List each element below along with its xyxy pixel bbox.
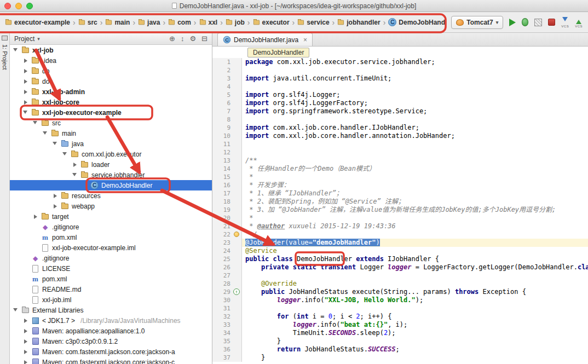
breadcrumb-item-service[interactable]: service: [296, 18, 331, 27]
chevron-right-icon[interactable]: [23, 319, 28, 323]
code-line-4[interactable]: 4: [212, 83, 588, 91]
code-line-33[interactable]: 33 logger.info("beat at:{}", i);: [212, 321, 588, 329]
intention-bulb-icon[interactable]: [234, 232, 239, 237]
debug-button[interactable]: [522, 18, 528, 26]
tree-item-gitignore[interactable]: ◆.gitignore: [10, 253, 212, 263]
chevron-down-icon[interactable]: [33, 119, 38, 126]
code-line-11[interactable]: 11: [212, 140, 588, 148]
tree-item-service-jobhandler[interactable]: service.jobhandler: [10, 170, 212, 180]
chevron-down-icon[interactable]: [13, 307, 19, 314]
code-line-12[interactable]: 12: [212, 148, 588, 157]
code-line-7[interactable]: 7import org.springframework.stereotype.S…: [212, 107, 588, 115]
tool-windows-icon[interactable]: [2, 36, 8, 41]
breadcrumb-item-job[interactable]: job: [224, 18, 246, 27]
tree-item-maven-c3p0-c3p0-0-9-1-2[interactable]: Maven: c3p0:c3p0:0.9.1.2: [10, 336, 212, 346]
chevron-right-icon[interactable]: [72, 163, 78, 167]
chevron-right-icon[interactable]: [23, 350, 28, 354]
code-line-19[interactable]: 19 * 3、加 “@JobHander” 注解，注解value值为新增任务生成…: [212, 206, 588, 214]
code-line-10[interactable]: 10import com.xxl.job.core.handler.annota…: [212, 132, 588, 140]
tree-item-external-libraries[interactable]: External Libraries: [10, 305, 212, 315]
code-line-28[interactable]: 28 @Override: [212, 280, 588, 288]
tree-item-xxl-job-executor-example-iml[interactable]: xxl-job-executor-example.iml: [10, 242, 212, 253]
run-button[interactable]: [509, 19, 516, 26]
zoom-window-button[interactable]: [26, 3, 33, 9]
collapse-all-icon[interactable]: ⊟: [201, 34, 207, 43]
chevron-right-icon[interactable]: [23, 90, 28, 94]
chevron-right-icon[interactable]: [33, 215, 38, 219]
code-line-21[interactable]: 21 * @author xuxueli 2015-12-19 19:43:36: [212, 222, 588, 230]
code-line-1[interactable]: 1package com.xxl.job.executor.service.jo…: [212, 58, 588, 66]
code-line-35[interactable]: 35 }: [212, 337, 588, 345]
breadcrumb-item-jobhandler[interactable]: jobhandler: [336, 18, 382, 27]
code-line-24[interactable]: 24@Service: [212, 247, 588, 255]
scroll-from-source-icon[interactable]: ↕: [181, 34, 185, 43]
locate-icon[interactable]: ⊕: [169, 34, 175, 43]
tree-item-loader[interactable]: loader: [10, 159, 212, 170]
code-line-30[interactable]: 30 logger.info("XXL-JOB, Hello World.");: [212, 296, 588, 304]
breadcrumb-item-src[interactable]: src: [77, 18, 99, 27]
run-configuration-select[interactable]: Tomcat7 ▾: [451, 16, 503, 29]
code-line-26[interactable]: 26 private static transient Logger logge…: [212, 263, 588, 271]
code-line-13[interactable]: 13/**: [212, 157, 588, 165]
tree-item-pom-xml[interactable]: mpom.xml: [10, 232, 212, 242]
tree-item-jdk1-7[interactable]: < JDK1.7 >/Library/Java/JavaVirtualMachi…: [10, 315, 212, 326]
breadcrumb-item-executor-example[interactable]: executor-example: [3, 18, 72, 27]
code-line-17[interactable]: 17 * 1、继承 “IJobHandler”；: [212, 189, 588, 198]
code-line-15[interactable]: 15 *: [212, 173, 588, 181]
class-breadcrumb-tag[interactable]: DemoJobHandler: [247, 48, 309, 57]
tree-item-demojobhandler[interactable]: CDemoJobHandler: [10, 180, 212, 190]
code-line-14[interactable]: 14 * 任务Handler的一个Demo（Bean模式）: [212, 165, 588, 173]
vcs-commit-button[interactable]: VCS: [575, 17, 583, 28]
close-tab-icon[interactable]: ×: [303, 36, 307, 44]
breadcrumb-item-com[interactable]: com: [166, 18, 193, 27]
tree-item-xxl-job-admin[interactable]: xxl-job-admin: [10, 86, 212, 97]
coverage-button[interactable]: [534, 19, 542, 26]
tree-item-doc[interactable]: doc: [10, 76, 212, 86]
chevron-down-icon[interactable]: [62, 151, 68, 158]
chevron-right-icon[interactable]: [53, 204, 58, 209]
breadcrumb-item-xxl[interactable]: xxl: [198, 18, 220, 27]
code-line-25[interactable]: 25public class DemoJobHandler extends IJ…: [212, 255, 588, 263]
close-window-button[interactable]: [4, 3, 11, 9]
chevron-right-icon[interactable]: [23, 79, 28, 84]
tree-item-db[interactable]: db: [10, 66, 212, 76]
breadcrumb-item-executor[interactable]: executor: [251, 18, 291, 27]
minimize-window-button[interactable]: [15, 3, 22, 9]
chevron-right-icon[interactable]: [23, 339, 28, 344]
tree-item-com-xxl-job-executor[interactable]: com.xxl.job.executor: [10, 149, 212, 159]
code-line-31[interactable]: 31: [212, 304, 588, 313]
code-line-9[interactable]: 9import com.xxl.job.core.handler.IJobHan…: [212, 124, 588, 132]
chevron-down-icon[interactable]: [72, 171, 78, 178]
tree-item-idea[interactable]: .idea: [10, 55, 212, 66]
code-line-8[interactable]: 8: [212, 115, 588, 124]
settings-gear-icon[interactable]: ⚙: [189, 34, 196, 43]
code-line-5[interactable]: 5import org.slf4j.Logger;: [212, 91, 588, 99]
tree-item-maven-aopalliance-aopalliance-1-0[interactable]: Maven: aopalliance:aopalliance:1.0: [10, 326, 212, 336]
tree-item-readme-md[interactable]: README.md: [10, 284, 212, 294]
tree-item-pom-xml[interactable]: mpom.xml: [10, 274, 212, 284]
vcs-update-button[interactable]: VCS: [561, 17, 569, 28]
chevron-down-icon[interactable]: [53, 140, 58, 147]
project-tool-button[interactable]: 1: Project: [2, 44, 8, 70]
editor-tab-demojobhandler[interactable]: C DemoJobHandler.java ×: [217, 33, 313, 46]
code-line-3[interactable]: 3import java.util.concurrent.TimeUnit;: [212, 74, 588, 83]
chevron-right-icon[interactable]: [23, 329, 28, 333]
tree-item-gitignore[interactable]: ◆.gitignore: [10, 222, 212, 232]
tree-item-xxl-job-executor-example[interactable]: xxl-job-executor-example: [10, 107, 212, 118]
tree-item-target[interactable]: target: [10, 211, 212, 222]
tree-item-resources[interactable]: resources: [10, 190, 212, 201]
tree-item-webapp[interactable]: webapp: [10, 201, 212, 211]
code-line-27[interactable]: 27: [212, 271, 588, 280]
tree-item-xxl-job[interactable]: xxl-job: [10, 45, 212, 55]
stop-button[interactable]: [548, 19, 555, 26]
tree-item-maven-com-fasterxml-jackson-core-jackson-a[interactable]: Maven: com.fasterxml.jackson.core:jackso…: [10, 346, 212, 357]
code-line-20[interactable]: 20 *: [212, 214, 588, 222]
tree-item-java[interactable]: java: [10, 138, 212, 149]
code-line-37[interactable]: 37 }: [212, 354, 588, 362]
tree-item-src[interactable]: src: [10, 118, 212, 128]
tree-item-main[interactable]: main: [10, 128, 212, 138]
chevron-right-icon[interactable]: [23, 100, 28, 105]
code-line-32[interactable]: 32 for (int i = 0; i < 2; i++) {: [212, 313, 588, 321]
code-line-18[interactable]: 18 * 2、装配到Spring，例如加 “@Service” 注解；: [212, 198, 588, 206]
code-line-36[interactable]: 36 return JobHandleStatus.SUCCESS;: [212, 345, 588, 354]
